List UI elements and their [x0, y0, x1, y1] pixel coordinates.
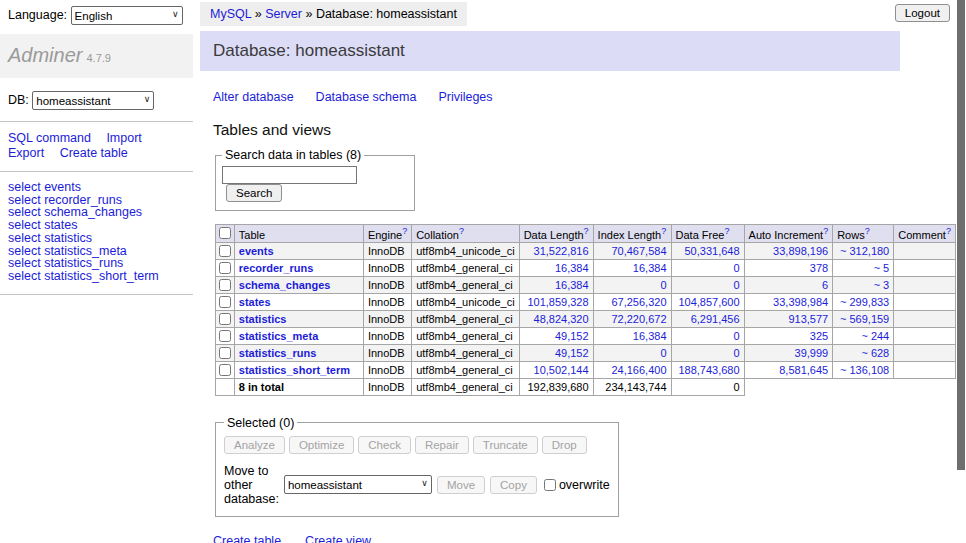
data-free-link[interactable]: 0: [733, 279, 739, 291]
search-input[interactable]: [222, 166, 357, 184]
rows-link[interactable]: ~ 3: [874, 279, 890, 291]
auto-increment-link[interactable]: 33,898,196: [773, 245, 828, 257]
data-length-link[interactable]: 49,152: [555, 347, 589, 359]
table-name-cell: statistics_runs: [234, 344, 363, 361]
selected-action-button[interactable]: Drop: [542, 436, 587, 454]
move-database-select[interactable]: homeassistant: [284, 475, 432, 494]
db-select[interactable]: homeassistant: [32, 91, 154, 110]
sidebar-menu-link[interactable]: SQL command: [8, 131, 91, 145]
language-select[interactable]: English: [71, 6, 183, 25]
data-length-link[interactable]: 101,859,328: [527, 296, 588, 308]
index-length-link[interactable]: 16,384: [633, 262, 667, 274]
data-free-link[interactable]: 6,291,456: [691, 313, 740, 325]
row-checkbox[interactable]: [219, 347, 231, 359]
table-name-cell: statistics: [234, 310, 363, 327]
breadcrumb-server-link[interactable]: Server: [265, 7, 302, 21]
scrollbar-thumb[interactable]: [957, 0, 965, 470]
row-checkbox[interactable]: [219, 364, 231, 376]
row-checkbox[interactable]: [219, 296, 231, 308]
index-length-link[interactable]: 16,384: [633, 330, 667, 342]
rows-link[interactable]: ~ 5: [874, 262, 890, 274]
index-length-link[interactable]: 0: [660, 279, 666, 291]
table-name-link[interactable]: statistics_short_term: [239, 364, 350, 376]
sidebar-menu-link[interactable]: Import: [106, 131, 141, 145]
index-length-link[interactable]: 24,166,400: [611, 364, 666, 376]
data-length-link[interactable]: 31,522,816: [534, 245, 589, 257]
auto-increment-link[interactable]: 325: [810, 330, 828, 342]
column-help-link[interactable]: ?: [402, 226, 407, 236]
breadcrumb-mysql-link[interactable]: MySQL: [210, 7, 251, 21]
table-name-link[interactable]: statistics_meta: [239, 330, 319, 342]
move-button[interactable]: Move: [437, 476, 485, 494]
index-length-link[interactable]: 70,467,584: [611, 245, 666, 257]
database-action-link[interactable]: Alter database: [213, 90, 294, 104]
table-name-link[interactable]: schema_changes: [239, 279, 331, 291]
selected-action-button[interactable]: Check: [358, 436, 411, 454]
row-checkbox[interactable]: [219, 330, 231, 342]
select-link[interactable]: select: [8, 269, 41, 283]
auto-increment-link[interactable]: 8,581,645: [779, 364, 828, 376]
table-name-link[interactable]: states: [239, 296, 271, 308]
column-help-link[interactable]: ?: [823, 226, 828, 236]
check-all-checkbox[interactable]: [219, 227, 231, 239]
data-free-link[interactable]: 0: [733, 262, 739, 274]
row-checkbox[interactable]: [219, 279, 231, 291]
index-length-link[interactable]: 72,220,672: [611, 313, 666, 325]
auto-increment-link[interactable]: 39,999: [795, 347, 829, 359]
row-checkbox[interactable]: [219, 313, 231, 325]
column-help-link[interactable]: ?: [661, 226, 666, 236]
table-name-link[interactable]: statistics: [239, 313, 287, 325]
sidebar-menu-link[interactable]: Export: [8, 146, 44, 160]
data-length-link[interactable]: 10,502,144: [534, 364, 589, 376]
rows-link[interactable]: ~ 569,159: [840, 313, 889, 325]
copy-button[interactable]: Copy: [490, 476, 537, 494]
table-name-link[interactable]: events: [239, 245, 274, 257]
column-help-link[interactable]: ?: [459, 226, 464, 236]
column-help-link[interactable]: ?: [724, 226, 729, 236]
data-length-link[interactable]: 16,384: [555, 279, 589, 291]
data-free-cell: 0: [671, 276, 744, 293]
create-link[interactable]: Create view: [305, 534, 371, 543]
table-link[interactable]: statistics_short_term: [44, 269, 159, 283]
row-checkbox[interactable]: [219, 262, 231, 274]
search-button[interactable]: Search: [226, 184, 282, 202]
sidebar-menu-link[interactable]: Create table: [60, 146, 128, 160]
selected-action-button[interactable]: Optimize: [289, 436, 354, 454]
database-action-link[interactable]: Database schema: [316, 90, 417, 104]
scrollbar-track[interactable]: [956, 0, 966, 543]
auto-increment-link[interactable]: 378: [810, 262, 828, 274]
selected-action-button[interactable]: Repair: [415, 436, 469, 454]
data-free-link[interactable]: 188,743,680: [678, 364, 739, 376]
auto-increment-link[interactable]: 913,577: [788, 313, 828, 325]
row-checkbox[interactable]: [219, 245, 231, 257]
column-help-link[interactable]: ?: [584, 226, 589, 236]
data-free-link[interactable]: 104,857,600: [678, 296, 739, 308]
database-action-link[interactable]: Privileges: [438, 90, 492, 104]
column-help-link[interactable]: ?: [865, 226, 870, 236]
collation-cell: utf8mb4_general_ci: [412, 344, 519, 361]
data-free-link[interactable]: 50,331,648: [685, 245, 740, 257]
selected-action-button[interactable]: Truncate: [473, 436, 538, 454]
auto-increment-link[interactable]: 33,398,984: [773, 296, 828, 308]
rows-link[interactable]: ~ 136,108: [840, 364, 889, 376]
rows-link[interactable]: ~ 244: [861, 330, 889, 342]
data-free-link[interactable]: 0: [733, 330, 739, 342]
index-length-link[interactable]: 0: [660, 347, 666, 359]
table-name-link[interactable]: recorder_runs: [239, 262, 314, 274]
selected-action-button[interactable]: Analyze: [224, 436, 285, 454]
index-length-link[interactable]: 67,256,320: [611, 296, 666, 308]
column-help-link[interactable]: ?: [946, 226, 951, 236]
rows-link[interactable]: ~ 312,180: [840, 245, 889, 257]
auto-increment-link[interactable]: 6: [822, 279, 828, 291]
create-link[interactable]: Create table: [213, 534, 281, 543]
data-length-link[interactable]: 16,384: [555, 262, 589, 274]
table-name-link[interactable]: statistics_runs: [239, 347, 317, 359]
rows-link[interactable]: ~ 628: [861, 347, 889, 359]
rows-link[interactable]: ~ 299,833: [840, 296, 889, 308]
logout-button[interactable]: Logout: [895, 4, 950, 22]
data-length-link[interactable]: 48,824,320: [534, 313, 589, 325]
overwrite-checkbox[interactable]: [544, 479, 556, 491]
data-length-link[interactable]: 49,152: [555, 330, 589, 342]
data-free-cell: 0: [671, 327, 744, 344]
data-free-link[interactable]: 0: [733, 347, 739, 359]
